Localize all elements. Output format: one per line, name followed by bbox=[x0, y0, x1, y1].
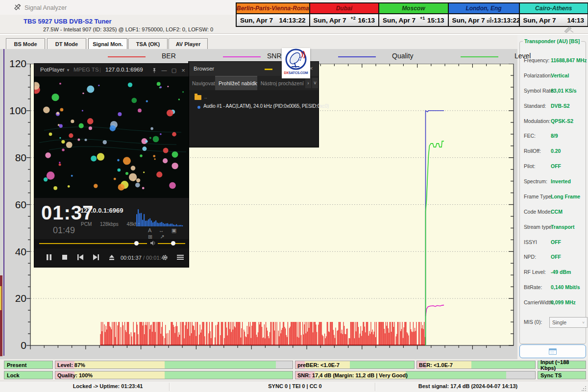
clock-time-value: 15:13 bbox=[427, 17, 444, 24]
eject-button[interactable] bbox=[105, 250, 119, 264]
tab-av-player[interactable]: AV Player bbox=[169, 38, 208, 49]
pause-button[interactable] bbox=[42, 250, 56, 264]
resize-grip[interactable] bbox=[582, 386, 587, 391]
clock-date: Sun, Apr 7 bbox=[523, 17, 556, 24]
stream-format-label: MPEG TS bbox=[74, 67, 99, 73]
audio-track-item[interactable]: Audio #1 - AAC(LATM), 24.0 kHz (PID:0x00… bbox=[203, 103, 329, 109]
app-title: Signal Analyzer bbox=[24, 4, 67, 11]
clock-4: Cairo-AthensSun, Apr 714:13 bbox=[520, 3, 588, 26]
quality-bar: Quality: 100% bbox=[55, 371, 293, 379]
mode-tabbar: BS ModeDT ModeSignal Mon.TSA (OK)AV Play… bbox=[0, 35, 517, 49]
mis-row: MIS (0): Single˅ bbox=[520, 317, 586, 327]
tuner-title: TBS 5927 USB DVB-S2 Tuner bbox=[24, 18, 112, 25]
app-dish-icon bbox=[14, 3, 22, 11]
minimize-icon[interactable] bbox=[265, 69, 272, 70]
statusbar: Locked -> Uptime: 01:23:41 SYNC 0 | TEI … bbox=[0, 381, 588, 392]
menu-icon[interactable] bbox=[173, 250, 187, 264]
statusbar-separator bbox=[169, 383, 170, 391]
next-button[interactable] bbox=[89, 250, 103, 264]
field-label: Standard: bbox=[524, 103, 546, 109]
close-icon[interactable]: × bbox=[179, 66, 187, 74]
transponder-row: NPD:OFF bbox=[520, 254, 586, 261]
clock-2: MoscowSun, Apr 7+115:13 bbox=[379, 3, 448, 26]
bar-zone bbox=[165, 361, 276, 368]
volume-icon[interactable] bbox=[150, 240, 156, 246]
export-button[interactable] bbox=[519, 344, 586, 358]
audio-info: PCM 128kbps 48khz bbox=[81, 221, 140, 227]
transponder-row: BitRate:0,140 Mbit/s bbox=[520, 284, 586, 291]
tab-dt-mode[interactable]: DT Mode bbox=[47, 38, 86, 49]
signal-indicators: Present Lock Level: 87% Quality: 100% pr… bbox=[0, 359, 588, 381]
pin-icon[interactable] bbox=[150, 66, 158, 74]
field-value: 83,01 KS/s bbox=[551, 88, 577, 94]
legend-label: SNR bbox=[267, 52, 282, 60]
maximize-icon[interactable]: ▢ bbox=[170, 66, 178, 74]
field-label: Code Mode: bbox=[524, 209, 552, 215]
transponder-row: Pilot:OFF bbox=[520, 163, 586, 170]
tab-bs-mode[interactable]: BS Mode bbox=[6, 38, 45, 49]
clock-time-label: Sun, Apr 7+216:13 bbox=[310, 14, 378, 26]
previous-button[interactable] bbox=[74, 250, 87, 264]
clock-time-label: Sun, Apr 714:13 bbox=[520, 14, 588, 26]
seek-handle[interactable] bbox=[134, 241, 139, 245]
y-axis-label: 120 bbox=[5, 58, 26, 70]
lock-indicator: Lock bbox=[4, 371, 53, 379]
video-area[interactable] bbox=[34, 76, 189, 198]
y-axis-label: 40 bbox=[5, 246, 26, 258]
clock-3: London, EngSun, Apr 7-1DST13:13:22 bbox=[449, 3, 520, 26]
legend-swatch-level bbox=[461, 53, 498, 61]
browser-tab-1[interactable]: Prohlížeč nabídky bbox=[215, 76, 257, 90]
tab-dropdown-icon[interactable]: ˅ bbox=[312, 78, 318, 88]
clock-city-label: Dubai bbox=[310, 3, 378, 14]
clock-time-label: Sun, Apr 714:13:22 bbox=[237, 14, 309, 26]
level-bar: Level: 87% bbox=[55, 361, 293, 369]
clock-dst-offset: -1DST bbox=[487, 17, 494, 24]
clock-date: Sun, Apr 7 bbox=[240, 17, 273, 24]
legend-line bbox=[338, 56, 376, 57]
transponder-row: FEC:8/9 bbox=[520, 133, 586, 140]
legend-line bbox=[108, 56, 146, 57]
transponder-row: Spectrum:Inverted bbox=[520, 178, 586, 185]
satellite-dish-logo-icon bbox=[285, 48, 307, 71]
mis-label: MIS (0): bbox=[524, 319, 542, 325]
mis-dropdown[interactable]: Single˅ bbox=[549, 317, 588, 328]
y-axis-label: 0 bbox=[5, 340, 26, 351]
potplayer-menu[interactable]: PotPlayer ▼ bbox=[40, 67, 70, 73]
clock-city-label: Cairo-Athens bbox=[520, 3, 588, 14]
field-label: BitRate: bbox=[524, 284, 542, 290]
parent-folder-item[interactable]: .. bbox=[204, 94, 207, 99]
total-time: 01:49 bbox=[53, 225, 75, 236]
y-axis-label: 100 bbox=[5, 105, 26, 117]
tab-tsa-ok-[interactable]: TSA (OK) bbox=[128, 38, 168, 49]
settings-gear-icon[interactable] bbox=[158, 250, 172, 264]
sync-ts-indicator: Sync TS bbox=[538, 371, 586, 379]
transponder-row: RF Level:-49 dBm bbox=[520, 269, 586, 276]
tab-signal-mon-[interactable]: Signal Mon. bbox=[88, 38, 127, 49]
sync-counters: SYNC 0 | TEI 0 | CC 0 bbox=[268, 383, 321, 389]
stop-button[interactable] bbox=[58, 250, 72, 264]
clock-time-value: 14:13:22 bbox=[279, 17, 306, 24]
tab-scroll-right-icon[interactable]: › bbox=[305, 78, 311, 88]
field-value: CCM bbox=[551, 209, 563, 215]
legend-swatch-quality bbox=[338, 53, 376, 61]
potplayer-titlebar[interactable]: PotPlayer ▼ MPEG TS | 127.0.0.1:6969 — ▢… bbox=[34, 64, 189, 76]
clock-date: Sun, Apr 7 bbox=[383, 17, 416, 24]
player-mini-icons[interactable]: A ↔ ▣ ⊞ ↗ bbox=[148, 227, 189, 240]
field-label: Symbol Rate: bbox=[524, 88, 555, 94]
minimize-icon[interactable]: — bbox=[160, 66, 168, 74]
bar-zone bbox=[471, 361, 535, 368]
volume-handle[interactable] bbox=[171, 241, 175, 245]
clock-date: Sun, Apr 7 bbox=[452, 17, 485, 24]
field-value: 8/9 bbox=[551, 133, 558, 139]
seek-bar[interactable] bbox=[39, 243, 147, 244]
field-value: 0,140 Mbit/s bbox=[551, 284, 580, 290]
transponder-row: RollOff:0.20 bbox=[520, 148, 586, 155]
legend-line bbox=[223, 56, 261, 57]
tuner-subtitle: 27.5W - Intelsat 907 (ID: 3325) @ LOF1: … bbox=[43, 26, 213, 32]
bar-zone bbox=[350, 361, 414, 368]
uptime-status: Locked -> Uptime: 01:23:41 bbox=[73, 383, 143, 389]
bar-zone bbox=[406, 371, 506, 379]
clock-city-label: London, Eng bbox=[449, 3, 519, 14]
bar-zone bbox=[506, 371, 535, 379]
browser-tab-0[interactable]: Navigovat bbox=[189, 76, 215, 90]
